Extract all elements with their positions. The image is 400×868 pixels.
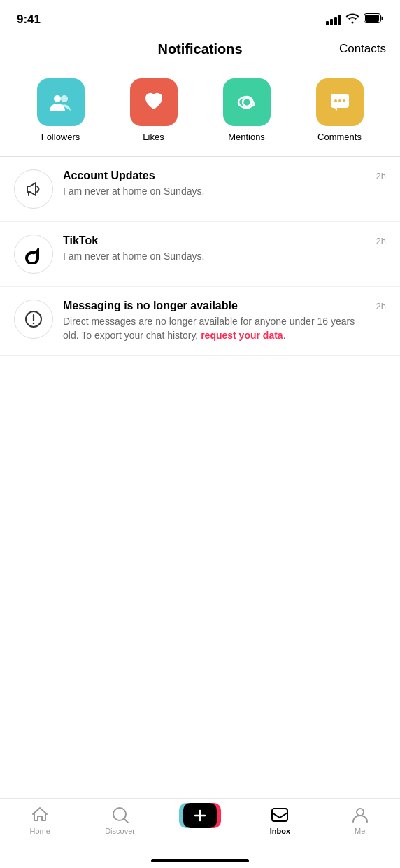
comments-label: Comments: [317, 132, 362, 142]
plus-icon: [192, 808, 208, 823]
followers-icon-box: [37, 78, 85, 126]
svg-point-3: [61, 95, 68, 102]
svg-point-7: [338, 99, 341, 102]
profile-icon: [351, 806, 369, 824]
categories-row: Followers Likes Mentions: [0, 67, 400, 156]
status-bar: 9:41: [0, 0, 400, 31]
nav-me[interactable]: Me: [339, 806, 381, 835]
messaging-content: Messaging is no longer available Direct …: [63, 300, 366, 342]
contacts-button[interactable]: Contacts: [339, 42, 386, 56]
svg-point-6: [334, 99, 337, 102]
mentions-icon-box: [223, 78, 271, 126]
add-button[interactable]: [183, 803, 217, 828]
page-title: Notifications: [157, 41, 242, 57]
tiktok-avatar: [14, 234, 53, 274]
nav-home[interactable]: Home: [19, 806, 61, 835]
tiktok-time: 2h: [376, 236, 386, 246]
inbox-icon: [271, 806, 289, 824]
followers-label: Followers: [41, 132, 80, 142]
notification-tiktok[interactable]: TikTok I am never at home on Sundays. 2h: [0, 222, 400, 287]
discover-label: Discover: [105, 827, 135, 835]
tiktok-content: TikTok I am never at home on Sundays.: [63, 234, 366, 264]
comment-icon: [327, 90, 352, 115]
svg-line-14: [124, 819, 128, 822]
category-mentions[interactable]: Mentions: [223, 78, 271, 142]
nav-add[interactable]: [179, 803, 221, 828]
messaging-time: 2h: [376, 301, 386, 312]
signal-icon: [326, 15, 341, 25]
tiktok-message: I am never at home on Sundays.: [63, 250, 366, 264]
notification-list: Account Updates I am never at home on Su…: [0, 157, 400, 356]
nav-inbox[interactable]: Inbox: [259, 806, 301, 835]
home-indicator: [151, 859, 249, 862]
svg-point-12: [33, 323, 35, 325]
exclamation-icon: [24, 309, 43, 329]
inbox-label: Inbox: [270, 827, 290, 835]
notification-messaging[interactable]: Messaging is no longer available Direct …: [0, 287, 400, 356]
svg-point-18: [357, 808, 364, 816]
bottom-nav: Home Discover Inbox: [0, 798, 400, 868]
messaging-text-part2: .: [283, 330, 286, 341]
comments-icon-box: [316, 78, 364, 126]
account-updates-content: Account Updates I am never at home on Su…: [63, 169, 366, 199]
heart-icon: [141, 90, 166, 115]
messaging-title: Messaging is no longer available: [63, 300, 366, 312]
home-label: Home: [30, 827, 50, 835]
wifi-icon: [345, 13, 359, 27]
discover-icon: [111, 806, 129, 824]
battery-icon: [364, 13, 383, 26]
svg-point-2: [54, 95, 61, 102]
likes-icon-box: [130, 78, 178, 126]
messaging-message: Direct messages are no longer available …: [63, 315, 366, 342]
status-icons: [326, 13, 383, 27]
request-data-link[interactable]: request your data: [201, 330, 283, 341]
home-icon: [31, 806, 49, 824]
account-updates-avatar: [14, 169, 53, 209]
header: Notifications Contacts: [0, 31, 400, 67]
followers-icon: [48, 90, 73, 115]
account-updates-time: 2h: [376, 171, 386, 181]
svg-rect-1: [365, 15, 379, 22]
category-comments[interactable]: Comments: [316, 78, 364, 142]
status-time: 9:41: [17, 13, 41, 27]
me-label: Me: [355, 827, 365, 835]
svg-point-8: [343, 99, 345, 102]
mentions-label: Mentions: [228, 132, 265, 142]
tiktok-title: TikTok: [63, 234, 366, 247]
tiktok-icon: [24, 244, 43, 264]
at-icon: [234, 90, 259, 115]
category-likes[interactable]: Likes: [130, 78, 178, 142]
notification-account-updates[interactable]: Account Updates I am never at home on Su…: [0, 157, 400, 222]
account-updates-title: Account Updates: [63, 169, 366, 182]
svg-point-4: [243, 98, 251, 106]
likes-label: Likes: [143, 132, 164, 142]
megaphone-icon: [24, 179, 43, 199]
messaging-avatar: [14, 300, 53, 339]
category-followers[interactable]: Followers: [37, 78, 85, 142]
nav-discover[interactable]: Discover: [99, 806, 141, 835]
account-updates-message: I am never at home on Sundays.: [63, 185, 366, 199]
